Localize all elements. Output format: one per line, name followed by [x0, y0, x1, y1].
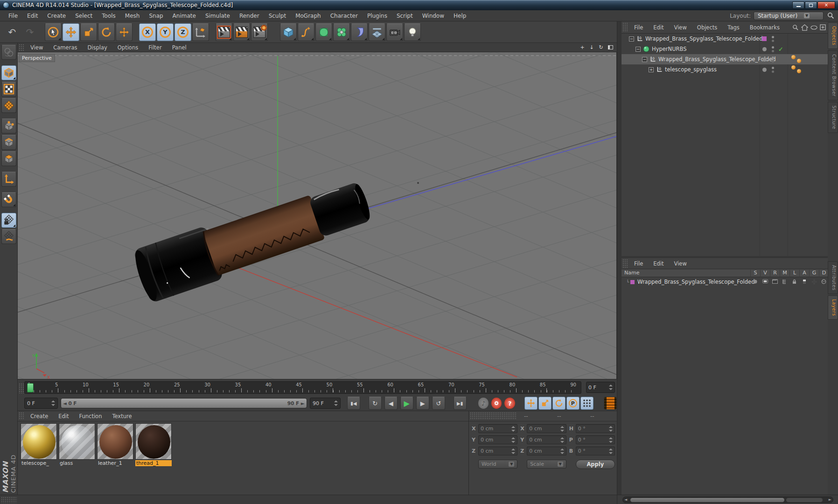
viewport-rotate-icon[interactable]: ↻	[597, 44, 605, 51]
add-light-button[interactable]	[404, 23, 421, 41]
add-floor-button[interactable]	[369, 23, 385, 41]
texture-axis-mode-button[interactable]	[1, 98, 16, 113]
scale-tool-button[interactable]	[80, 23, 97, 41]
key-parameter-button[interactable]: P	[566, 397, 580, 410]
visibility-dots-icon[interactable]	[772, 67, 774, 73]
menu-select[interactable]: Select	[70, 13, 97, 19]
enable-state-dot[interactable]	[761, 67, 767, 72]
render-settings-button[interactable]	[251, 23, 268, 41]
rot-p-field[interactable]: 0 °	[576, 435, 615, 444]
go-to-end-button[interactable]: ▶▮	[454, 397, 467, 410]
rotate-tool-button[interactable]	[98, 23, 115, 41]
texture-tags[interactable]	[791, 55, 810, 64]
panel-grip[interactable]	[19, 44, 24, 51]
minimize-button[interactable]	[792, 1, 804, 9]
visibility-dots-icon[interactable]	[772, 46, 774, 52]
tab-attributes[interactable]: Attributes	[828, 261, 838, 294]
menu-plugins[interactable]: Plugins	[363, 13, 392, 19]
search-icon[interactable]	[792, 24, 799, 31]
play-button[interactable]: ▶	[400, 397, 413, 410]
menu-file[interactable]: File	[4, 13, 22, 19]
key-scale-button[interactable]	[538, 397, 552, 410]
material-glass[interactable]: glass	[59, 423, 96, 466]
layer-color-chip[interactable]	[761, 36, 767, 42]
object-name[interactable]: HyperNURBS	[652, 46, 687, 52]
material-thumbnail-gold[interactable]	[21, 423, 57, 460]
expand-toggle-icon[interactable]: −	[635, 47, 641, 52]
add-camera-button[interactable]	[386, 23, 403, 41]
material-thumbnail-leather[interactable]	[97, 423, 133, 460]
lock-x-axis-button[interactable]: X	[139, 23, 156, 41]
keyframe-help-button[interactable]: ?	[504, 398, 515, 409]
key-position-button[interactable]	[524, 397, 538, 410]
material-name[interactable]: telescope_	[21, 460, 57, 466]
mat-menu-edit[interactable]: Edit	[53, 413, 74, 420]
coord-space-select[interactable]: World▼	[478, 460, 517, 469]
lock-y-axis-button[interactable]: Y	[157, 23, 174, 41]
viewport-toggle-icon[interactable]	[607, 44, 614, 51]
vp-menu-panel[interactable]: Panel	[167, 44, 192, 51]
mat-menu-create[interactable]: Create	[25, 413, 53, 420]
panel-grip[interactable]	[470, 412, 517, 420]
timeline-mode-button[interactable]	[604, 397, 617, 410]
previous-frame-button[interactable]: ◀	[384, 397, 398, 410]
lm-menu-view[interactable]: View	[669, 260, 692, 267]
material-name[interactable]: glass	[59, 460, 95, 466]
menu-render[interactable]: Render	[235, 13, 264, 19]
vp-menu-display[interactable]: Display	[82, 44, 112, 51]
tree-row-selected-mesh[interactable]: − 0 Wrapped_Brass_Spyglass_Telescope_Fol…	[622, 54, 828, 64]
autokey-record-button[interactable]	[491, 398, 502, 409]
size-z-field[interactable]: 0 cm	[527, 447, 566, 455]
model-mode-button[interactable]	[1, 65, 16, 80]
render-toggle[interactable]	[770, 279, 780, 284]
title-bar[interactable]: CINEMA 4D R14.014 Studio - [Wrapped_Bras…	[0, 0, 838, 10]
add-deformer-button[interactable]	[351, 23, 368, 41]
vp-menu-filter[interactable]: Filter	[143, 44, 167, 51]
preview-range-slider[interactable]: ◄ 0 F 90 F ►	[61, 398, 307, 408]
perspective-viewport[interactable]: Perspective	[18, 52, 617, 379]
end-frame-spinner[interactable]: 90 F	[310, 398, 341, 409]
layout-select[interactable]: Startup (User) ▼	[754, 12, 824, 20]
coordinate-system-button[interactable]	[192, 23, 209, 41]
panel-grip[interactable]	[19, 383, 24, 393]
apply-button[interactable]: Apply	[576, 460, 615, 469]
mat-menu-function[interactable]: Function	[74, 413, 107, 420]
undo-button[interactable]: ↶	[4, 23, 21, 41]
object-name[interactable]: Wrapped_Brass_Spyglass_Telescope_Folded	[645, 35, 762, 42]
deformers-toggle[interactable]	[819, 279, 829, 284]
rot-h-field[interactable]: 0 °	[576, 424, 615, 433]
polygons-mode-button[interactable]	[1, 151, 16, 166]
manager-toggle[interactable]	[780, 279, 789, 284]
timeline-ruler[interactable]: 05 1015 2025 3035 4045 5055 6065 7075 80…	[24, 381, 581, 394]
panel-grip[interactable]	[19, 412, 24, 420]
panel-splitter[interactable]	[617, 21, 622, 495]
loop-play-button[interactable]: ↻	[369, 397, 382, 410]
layer-color-swatch[interactable]	[630, 280, 635, 284]
horizontal-scrollbar[interactable]: ◄ ►	[622, 497, 833, 503]
material-thread[interactable]: thread_1	[135, 423, 173, 466]
enable-state-dot[interactable]	[761, 56, 767, 62]
timeline-frame-spinner[interactable]: 0 F	[586, 382, 615, 393]
menu-snap[interactable]: Snap	[144, 13, 168, 19]
redo-button[interactable]: ↷	[21, 23, 38, 41]
panel-grip[interactable]	[622, 22, 628, 32]
axis-mode-button[interactable]	[1, 172, 16, 187]
menu-edit[interactable]: Edit	[22, 13, 42, 19]
viewport-camera-label[interactable]: Perspective	[19, 54, 55, 62]
expand-toggle-icon[interactable]: −	[629, 36, 634, 42]
live-selection-button[interactable]	[45, 23, 62, 41]
current-frame-spinner[interactable]: 0 F	[24, 398, 58, 409]
material-thumbnail-glass[interactable]	[59, 423, 95, 460]
material-name[interactable]: leather_1	[97, 460, 133, 466]
render-picture-viewer-button[interactable]	[233, 23, 250, 41]
add-hypernurbs-button[interactable]	[315, 23, 332, 41]
add-cube-button[interactable]	[280, 23, 297, 41]
om-menu-edit[interactable]: Edit	[648, 24, 669, 31]
lm-menu-file[interactable]: File	[629, 260, 648, 267]
om-menu-tags[interactable]: Tags	[722, 24, 744, 31]
om-menu-file[interactable]: File	[629, 24, 648, 31]
add-mograph-button[interactable]	[333, 23, 350, 41]
material-telescope[interactable]: telescope_	[21, 423, 58, 466]
size-y-field[interactable]: 0 cm	[527, 435, 566, 444]
scrollbar-thumb[interactable]	[630, 498, 784, 502]
